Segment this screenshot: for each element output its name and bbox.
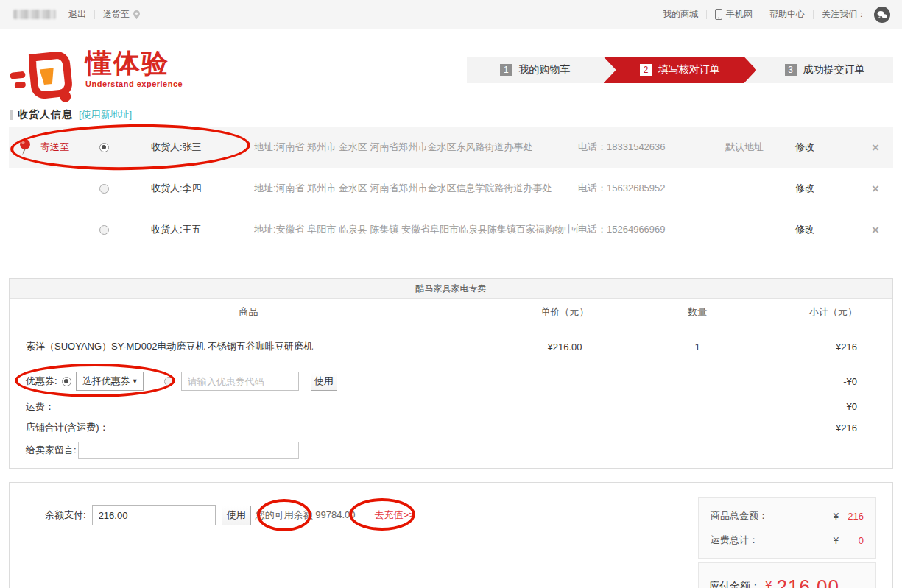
order-table-header: 商品 单价（元） 数量 小计（元） [10,299,892,325]
consignee-address: 地址:河南省 郑州市 金水区 河南省郑州市金水区东风路街道办事处 [254,141,578,154]
chevron-down-icon: ▼ [132,378,138,385]
available-balance-text: 您的可用余额 99784.00 [256,509,356,522]
help-center-link[interactable]: 帮助中心 [761,8,813,21]
order-box: 酷马家具家电专卖 商品 单价（元） 数量 小计（元） 索洋（SUOYANG）SY… [9,278,893,469]
item-title: 索洋（SUOYANG）SY-MD002电动磨豆机 不锈钢五谷咖啡豆研磨机 [10,340,487,353]
checkout-steps: 1 我的购物车 2 填写核对订单 3 成功提交订单 [467,57,893,83]
seller-message-row: 给卖家留言: [10,442,892,459]
wechat-icon[interactable] [874,7,890,23]
balance-pay-row: 余额支付: 使用 您的可用余额 99784.00 去充值>> [45,505,415,525]
balance-pay-label: 余额支付: [45,509,86,522]
consignee-phone: 电话：15632685952 [578,182,725,195]
payment-box: 余额支付: 使用 您的可用余额 99784.00 去充值>> 商品总金额： ¥ … [9,482,893,588]
balance-amount-input[interactable] [92,505,216,525]
coupon-row: 优惠券: 选择优惠券 ▼ 使用 -¥0 [10,366,892,396]
logout-link[interactable]: 退出 [60,8,94,21]
site-logo[interactable]: 懂体验 Understand experience [10,49,183,105]
mobile-site-link[interactable]: 手机网 [707,8,761,21]
consignee-address: 地址:河南省 郑州市 金水区 河南省郑州市金水区信息学院路街道办事处 [254,182,578,195]
freight-total-label: 运费总计： [711,534,758,547]
payable-label: 应付金额： [709,575,761,588]
topbar-left: 退出 送货至 [12,8,148,21]
order-item-row: 索洋（SUOYANG）SY-MD002电动磨豆机 不锈钢五谷咖啡豆研磨机 ¥21… [10,325,892,366]
freight-total-row: 运费总计： ¥ 0 [711,534,864,547]
consignee-phone: 电话：18331542636 [578,141,725,154]
seller-message-input[interactable] [78,442,299,459]
payable-amount-box: 应付金额： ¥ 216.00 [698,562,876,588]
consignee-name: 收货人:王五 [117,223,254,236]
section-bar [10,110,13,120]
col-subtotal: 小计（元） [753,305,892,319]
step-confirm-order[interactable]: 2 填写核对订单 [604,57,757,83]
coupon-code-input[interactable] [181,372,299,391]
logo-title: 懂体验 [85,49,183,78]
shipping-value: ¥0 [847,401,892,412]
pin-icon [9,138,40,156]
item-price: ¥216.00 [487,341,642,353]
coupon-discount-value: -¥0 [843,376,892,387]
freight-total-value: 0 [845,535,864,546]
use-new-address-link[interactable]: [使用新地址] [79,108,132,121]
payable-value: 216.00 [776,575,839,588]
my-mall-link[interactable]: 我的商城 [655,8,706,21]
shop-total-value: ¥216 [836,422,892,433]
shop-total-row: 店铺合计(含运费)： ¥216 [10,417,892,438]
consignee-title: 收货人信息 [18,108,73,121]
item-qty: 1 [642,341,753,353]
step-3-badge: 3 [785,64,797,76]
edit-address-link[interactable]: 修改 [795,141,858,154]
coupon-code-radio[interactable] [164,377,174,386]
step-1-label: 我的购物车 [518,63,570,77]
freight-total-currency: ¥ [834,535,839,546]
coupon-select-dropdown[interactable]: 选择优惠券 ▼ [76,372,144,391]
consignee-name: 收货人:张三 [117,141,254,154]
ship-to-link[interactable]: 送货至 [95,8,148,21]
address-row[interactable]: 寄送至 收货人:张三 地址:河南省 郑州市 金水区 河南省郑州市金水区东风路街道… [9,127,893,168]
recharge-link[interactable]: 去充值>> [374,509,414,522]
delete-address-icon[interactable]: × [858,224,893,236]
seller-message-label: 给卖家留言: [26,444,77,457]
delete-address-icon[interactable]: × [858,183,893,195]
coupon-label: 优惠券: [26,375,57,388]
topbar-right: 我的商城 手机网 帮助中心 关注我们： [655,7,890,23]
step-3-label: 成功提交订单 [803,63,865,77]
location-icon [133,10,140,19]
topbar: 退出 送货至 我的商城 手机网 帮助中心 关注我们： [0,0,902,29]
follow-us-label: 关注我们： [814,8,874,21]
shipping-label: 运费： [26,400,54,414]
coupon-select-radio[interactable] [62,377,71,386]
step-2-label: 填写核对订单 [658,63,720,77]
address-radio[interactable] [99,184,109,194]
shop-name: 酷马家具家电专卖 [10,279,892,299]
logo-subtitle: Understand experience [85,79,183,88]
consignee-name: 收货人:李四 [117,182,254,195]
username-masked [13,10,56,19]
address-radio[interactable] [99,225,109,235]
step-submit-success[interactable]: 3 成功提交订单 [756,57,893,83]
coupon-select-value: 选择优惠券 [82,375,132,388]
edit-address-link[interactable]: 修改 [795,223,858,236]
shipping-row: 运费： ¥0 [10,396,892,417]
mobile-site-label: 手机网 [726,8,753,21]
step-2-badge: 2 [640,64,652,76]
shop-total-label: 店铺合计(含运费)： [26,421,109,434]
default-address-tag: 默认地址 [725,141,795,154]
ship-to-label: 送货至 [103,8,130,21]
consignee-phone: 电话：15264966969 [578,223,725,236]
address-row[interactable]: 收货人:李四 地址:河南省 郑州市 金水区 河南省郑州市金水区信息学院路街道办事… [9,168,893,209]
item-subtotal: ¥216 [753,341,892,353]
edit-address-link[interactable]: 修改 [795,182,858,195]
step-1-badge: 1 [500,64,512,76]
payable-currency: ¥ [765,578,772,588]
address-row[interactable]: 收货人:王五 地址:安徽省 阜阳市 临泉县 陈集镇 安徽省阜阳市临泉县陈集镇百家… [9,209,893,250]
col-qty: 数量 [642,305,753,319]
balance-use-button[interactable]: 使用 [222,506,251,525]
delete-address-icon[interactable]: × [858,141,893,154]
goods-total-label: 商品总金额： [711,509,768,523]
col-product: 商品 [10,305,487,319]
phone-icon [715,9,722,20]
goods-total-row: 商品总金额： ¥ 216 [711,509,864,523]
step-cart[interactable]: 1 我的购物车 [467,57,604,83]
address-radio-selected[interactable] [99,143,109,152]
coupon-use-button[interactable]: 使用 [311,372,337,391]
